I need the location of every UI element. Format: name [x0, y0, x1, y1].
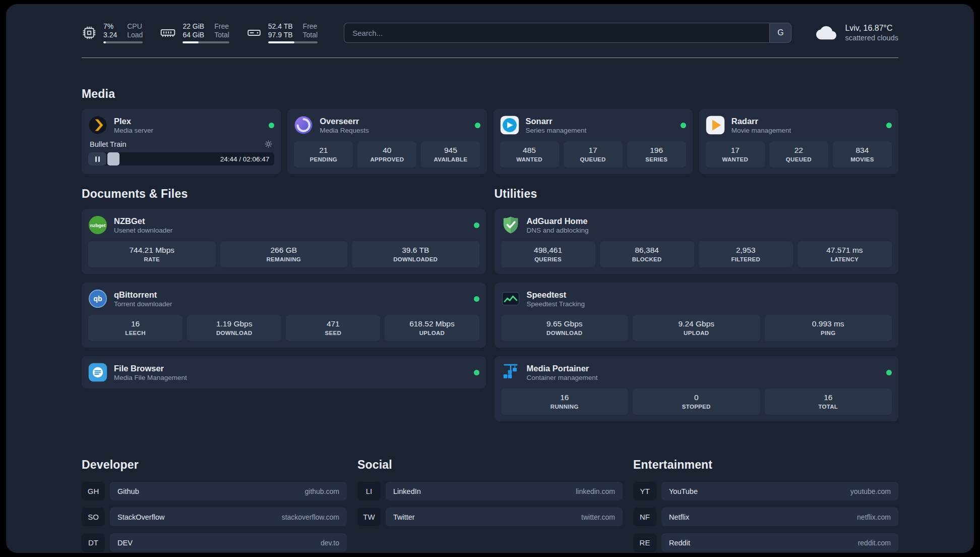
service-subtitle: Speedtest Tracking — [527, 300, 585, 308]
nzbget-icon: nzbget — [88, 215, 107, 235]
bookmark-twitter[interactable]: TW Twittertwitter.com — [357, 508, 623, 526]
service-name: Sonarr — [526, 116, 587, 127]
disk-free-label: Free — [303, 22, 318, 30]
stat-downloaded: 39.6 TBDOWNLOADED — [352, 241, 479, 267]
stat-upload: 618.52 MbpsUPLOAD — [385, 315, 479, 341]
service-subtitle: Media server — [114, 127, 153, 134]
stat-running: 16RUNNING — [501, 388, 629, 415]
disk-icon — [247, 25, 262, 40]
service-subtitle: Movie management — [731, 127, 791, 134]
dashboard: 7% CPU 3.24 Load 22 GiB Free 64 GiB Tota… — [6, 4, 974, 553]
service-card-portainer[interactable]: Media Portainer Container management 16R… — [495, 356, 899, 421]
disk-total-label: Total — [303, 31, 318, 39]
cpu-widget: 7% CPU 3.24 Load — [82, 22, 143, 43]
stat-download: 9.65 GbpsDOWNLOAD — [501, 315, 629, 341]
weather-widget[interactable]: Lviv, 16.87°C scattered clouds — [815, 23, 898, 43]
bookmark-youtube[interactable]: YT YouTubeyoutube.com — [633, 482, 898, 500]
bookmark-linkedin[interactable]: LI LinkedInlinkedin.com — [357, 482, 623, 500]
stat-queued: 22QUEUED — [769, 141, 828, 168]
service-name: File Browser — [114, 363, 187, 374]
playback-progress — [107, 152, 119, 165]
svg-text:nzbget: nzbget — [90, 222, 106, 228]
bookmark-abbr: GH — [82, 482, 105, 500]
stat-remaining: 266 GBREMAINING — [220, 241, 348, 267]
weather-condition: scattered clouds — [845, 34, 898, 42]
service-card-radarr[interactable]: Radarr Movie management 17WANTED 22QUEUE… — [699, 109, 898, 174]
section-title-media: Media — [82, 87, 898, 101]
top-bar: 7% CPU 3.24 Load 22 GiB Free 64 GiB Tota… — [82, 22, 898, 43]
now-playing-title: Bullet Train — [90, 140, 127, 148]
section-title-utilities: Utilities — [495, 187, 899, 201]
service-card-qbittorrent[interactable]: qb qBittorrent Torrent downloader 16LEEC… — [82, 283, 486, 348]
disk-total: 97.9 TB — [268, 31, 293, 39]
playback-time: 24:44 / 02:06:47 — [220, 155, 275, 163]
service-name: Plex — [114, 116, 153, 127]
speedtest-icon — [501, 289, 520, 308]
bookmark-abbr: TW — [357, 508, 381, 526]
service-card-filebrowser[interactable]: File Browser Media File Management — [82, 356, 486, 388]
stat-upload: 9.24 GbpsUPLOAD — [633, 315, 760, 341]
memory-progress-bar — [182, 41, 229, 43]
stat-rate: 744.21 MbpsRATE — [88, 241, 216, 267]
memory-free-label: Free — [214, 22, 229, 30]
bookmark-dev[interactable]: DT DEVdev.to — [82, 533, 347, 552]
pause-button[interactable] — [88, 152, 106, 165]
section-title-entertainment: Entertainment — [633, 458, 898, 472]
cpu-icon — [82, 25, 97, 40]
memory-widget: 22 GiB Free 64 GiB Total — [160, 22, 229, 43]
divider — [82, 58, 898, 58]
cloud-icon — [815, 23, 838, 43]
stat-blocked: 86,384BLOCKED — [600, 241, 694, 267]
stat-available: 945AVAILABLE — [421, 141, 480, 168]
stat-approved: 40APPROVED — [357, 141, 416, 168]
service-subtitle: Media File Management — [114, 374, 187, 381]
stat-queued: 17QUEUED — [564, 141, 623, 168]
bookmark-reddit[interactable]: RE Redditreddit.com — [633, 533, 898, 552]
search-provider-button[interactable]: G — [769, 23, 791, 43]
search-input[interactable] — [344, 23, 769, 43]
plex-icon — [88, 116, 107, 135]
cpu-percent: 7% — [103, 22, 117, 30]
service-card-plex[interactable]: Plex Media server Bullet Train 24:44 / 0… — [82, 109, 281, 174]
stat-pending: 21PENDING — [294, 141, 353, 168]
service-subtitle: Torrent downloader — [114, 300, 172, 308]
stat-queries: 498,461QUERIES — [501, 241, 595, 267]
disk-widget: 52.4 TB Free 97.9 TB Total — [247, 22, 318, 43]
search-bar: G — [344, 23, 791, 43]
bookmark-abbr: LI — [357, 482, 381, 500]
cpu-load-label: Load — [127, 31, 143, 39]
bookmark-netflix[interactable]: NF Netflixnetflix.com — [633, 508, 898, 526]
media-player-bar: 24:44 / 02:06:47 — [88, 152, 274, 165]
memory-free: 22 GiB — [182, 22, 204, 30]
section-title-social: Social — [357, 458, 623, 472]
service-card-overseerr[interactable]: Overseerr Media Requests 21PENDING 40APP… — [287, 109, 486, 174]
stat-wanted: 17WANTED — [706, 141, 765, 168]
section-title-documents: Documents & Files — [82, 187, 486, 201]
memory-icon — [160, 25, 176, 41]
gear-icon[interactable] — [264, 140, 273, 148]
bookmark-github[interactable]: GH Githubgithub.com — [82, 482, 347, 500]
bookmark-abbr: YT — [633, 482, 656, 500]
service-card-sonarr[interactable]: Sonarr Series management 485WANTED 17QUE… — [494, 109, 693, 174]
status-dot — [681, 123, 686, 128]
service-card-nzbget[interactable]: nzbget NZBGet Usenet downloader 744.21 M… — [82, 209, 486, 274]
overseerr-icon — [294, 116, 313, 135]
service-name: NZBGet — [114, 216, 172, 227]
svg-text:qb: qb — [93, 295, 102, 303]
section-title-developer: Developer — [82, 458, 347, 472]
service-card-adguard[interactable]: AdGuard Home DNS and adblocking 498,461Q… — [495, 209, 899, 274]
stat-filtered: 2,953FILTERED — [699, 241, 793, 267]
stat-movies: 834MOVIES — [833, 141, 892, 168]
disk-free: 52.4 TB — [268, 22, 293, 30]
service-card-speedtest[interactable]: Speedtest Speedtest Tracking 9.65 GbpsDO… — [495, 283, 899, 348]
filebrowser-icon — [88, 363, 107, 382]
stat-wanted: 485WANTED — [500, 141, 559, 168]
stat-download: 1.19 GbpsDOWNLOAD — [187, 315, 281, 341]
bookmark-abbr: DT — [82, 533, 105, 552]
stat-ping: 0.993 msPING — [765, 315, 892, 341]
stat-leech: 16LEECH — [88, 315, 182, 341]
cpu-load: 3.24 — [103, 31, 117, 39]
bookmark-stackoverflow[interactable]: SO StackOverflowstackoverflow.com — [82, 508, 347, 526]
stat-series: 196SERIES — [627, 141, 686, 168]
qbittorrent-icon: qb — [88, 289, 107, 308]
